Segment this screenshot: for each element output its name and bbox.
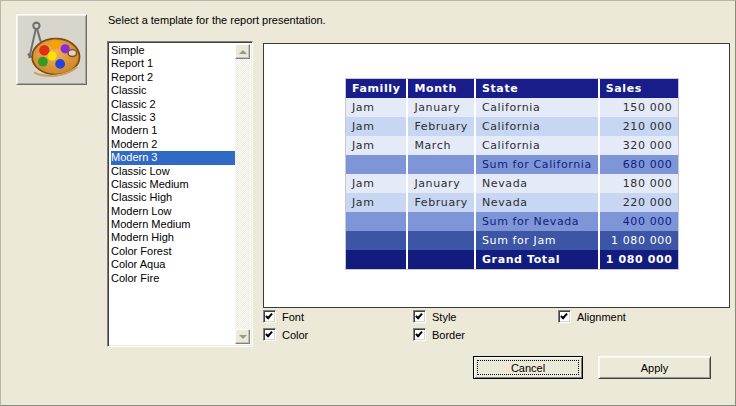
template-list-items: SimpleReport 1Report 2ClassicClassic 2Cl…	[111, 44, 235, 285]
checkbox-style[interactable]: Style	[413, 310, 558, 323]
table-column-header: Sales	[600, 79, 679, 98]
table-cell: 180 000	[600, 174, 679, 193]
template-list-item[interactable]: Classic Low	[111, 165, 235, 178]
template-list-item[interactable]: Classic	[111, 84, 235, 97]
table-cell: Sum for California	[476, 155, 600, 174]
checkbox-border[interactable]: Border	[413, 328, 558, 341]
report-preview-panel: FamillyMonthStateSales JamJanuaryCalifor…	[263, 43, 730, 308]
checkbox-box[interactable]	[413, 310, 426, 323]
checkbox-box[interactable]	[263, 310, 276, 323]
table-row: JamFebruaryNevada220 000	[346, 193, 678, 212]
table-cell: February	[408, 117, 476, 136]
table-cell: Nevada	[476, 174, 600, 193]
table-cell: 1 080 000	[600, 231, 679, 250]
table-row: JamJanuaryNevada180 000	[346, 174, 678, 193]
table-cell	[408, 231, 476, 250]
table-cell: Jam	[346, 98, 408, 117]
template-list-item[interactable]: Report 2	[111, 71, 235, 84]
template-list-item[interactable]: Modern 3	[111, 151, 235, 164]
checkbox-label: Font	[282, 311, 304, 323]
template-list-item[interactable]: Modern High	[111, 231, 235, 244]
table-cell: California	[476, 117, 600, 136]
template-list-item[interactable]: Color Fire	[111, 272, 235, 285]
table-cell	[346, 212, 408, 231]
table-cell: California	[476, 136, 600, 155]
template-list-item[interactable]: Modern Medium	[111, 218, 235, 231]
table-row: JamMarchCalifornia320 000	[346, 136, 678, 155]
template-list-item[interactable]: Classic 3	[111, 111, 235, 124]
table-row: Sum for Jam1 080 000	[346, 231, 678, 250]
checkbox-color[interactable]: Color	[263, 328, 413, 341]
table-cell: Sum for Jam	[476, 231, 600, 250]
table-cell: Jam	[346, 117, 408, 136]
checkmark-icon	[265, 330, 273, 338]
checkbox-box[interactable]	[413, 328, 426, 341]
checkmark-icon	[415, 330, 423, 338]
table-row: Sum for California680 000	[346, 155, 678, 174]
template-list-item[interactable]: Color Aqua	[111, 258, 235, 271]
palette-icon-graphic	[17, 15, 86, 84]
table-column-header: State	[476, 79, 600, 98]
page-title: Select a template for the report present…	[108, 14, 326, 26]
preview-table-body: JamJanuaryCalifornia150 000JamFebruaryCa…	[346, 98, 678, 269]
table-cell: Grand Total	[476, 250, 600, 269]
checkbox-label: Alignment	[577, 311, 626, 323]
table-cell	[408, 212, 476, 231]
template-list-item[interactable]: Color Forest	[111, 245, 235, 258]
checkbox-alignment[interactable]: Alignment	[558, 310, 728, 323]
option-checkboxes: FontStyleAlignmentColorBorder	[263, 310, 728, 341]
template-list-item[interactable]: Classic 2	[111, 98, 235, 111]
table-cell: Jam	[346, 136, 408, 155]
scrollbar-up-icon[interactable]	[235, 44, 250, 59]
table-cell: 150 000	[600, 98, 679, 117]
checkbox-label: Style	[432, 311, 456, 323]
scrollbar-down-icon[interactable]	[235, 329, 250, 344]
cancel-button-label: Cancel	[511, 362, 545, 374]
apply-button-label: Apply	[641, 362, 669, 374]
preview-table: FamillyMonthStateSales JamJanuaryCalifor…	[345, 78, 679, 270]
template-list-item[interactable]: Modern 1	[111, 124, 235, 137]
table-cell	[346, 155, 408, 174]
table-cell: 220 000	[600, 193, 679, 212]
table-cell: 1 080 000	[600, 250, 679, 269]
table-cell: March	[408, 136, 476, 155]
template-list[interactable]: SimpleReport 1Report 2ClassicClassic 2Cl…	[107, 41, 253, 347]
template-list-item[interactable]: Modern Low	[111, 205, 235, 218]
checkmark-icon	[560, 312, 568, 320]
palette-and-compass-icon	[16, 14, 87, 85]
template-list-item[interactable]: Simple	[111, 44, 235, 57]
checkbox-box[interactable]	[263, 328, 276, 341]
template-list-item[interactable]: Classic High	[111, 191, 235, 204]
table-cell: 320 000	[600, 136, 679, 155]
template-list-item[interactable]: Modern 2	[111, 138, 235, 151]
preview-table-header: FamillyMonthStateSales	[346, 79, 678, 98]
checkbox-label: Color	[282, 329, 308, 341]
table-row: JamFebruaryCalifornia210 000	[346, 117, 678, 136]
table-cell: 210 000	[600, 117, 679, 136]
table-cell: January	[408, 98, 476, 117]
table-row: Grand Total1 080 000	[346, 250, 678, 269]
checkmark-icon	[265, 312, 273, 320]
table-cell	[346, 250, 408, 269]
table-cell: February	[408, 193, 476, 212]
table-cell: January	[408, 174, 476, 193]
cancel-button[interactable]: Cancel	[473, 356, 583, 379]
table-cell	[346, 231, 408, 250]
table-column-header: Familly	[346, 79, 408, 98]
checkbox-box[interactable]	[558, 310, 571, 323]
table-column-header: Month	[408, 79, 476, 98]
table-row: Sum for Nevada400 000	[346, 212, 678, 231]
scrollbar-track[interactable]	[235, 44, 250, 344]
table-cell: 400 000	[600, 212, 679, 231]
apply-button[interactable]: Apply	[598, 356, 711, 379]
table-cell: 680 000	[600, 155, 679, 174]
template-list-item[interactable]: Classic Medium	[111, 178, 235, 191]
table-cell: Jam	[346, 193, 408, 212]
checkmark-icon	[415, 312, 423, 320]
template-list-item[interactable]: Report 1	[111, 57, 235, 70]
checkbox-font[interactable]: Font	[263, 310, 413, 323]
table-row: JamJanuaryCalifornia150 000	[346, 98, 678, 117]
checkbox-label: Border	[432, 329, 465, 341]
table-cell	[408, 250, 476, 269]
table-cell: Sum for Nevada	[476, 212, 600, 231]
